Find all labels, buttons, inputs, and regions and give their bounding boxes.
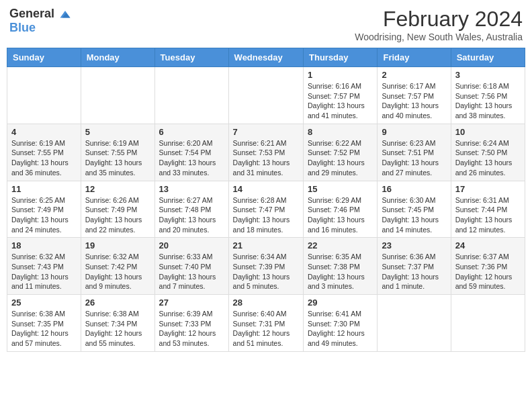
logo-general: General [9, 7, 54, 20]
calendar-cell: 11Sunrise: 6:25 AMSunset: 7:49 PMDayligh… [7, 181, 81, 238]
calendar-cell [451, 295, 525, 352]
calendar-cell: 26Sunrise: 6:38 AMSunset: 7:34 PMDayligh… [81, 295, 154, 352]
calendar-week-2: 4Sunrise: 6:19 AMSunset: 7:55 PMDaylight… [7, 124, 525, 181]
day-number: 26 [85, 298, 150, 308]
day-info: Sunrise: 6:20 AMSunset: 7:54 PMDaylight:… [159, 138, 224, 178]
calendar-header-saturday: Saturday [451, 48, 525, 67]
day-number: 11 [11, 184, 77, 194]
day-number: 17 [455, 184, 521, 194]
day-info: Sunrise: 6:24 AMSunset: 7:50 PMDaylight:… [455, 138, 521, 178]
day-number: 28 [233, 298, 299, 308]
day-number: 10 [455, 127, 521, 137]
day-number: 12 [85, 184, 150, 194]
day-number: 2 [382, 70, 446, 80]
logo-icon [59, 9, 71, 21]
day-info: Sunrise: 6:34 AMSunset: 7:39 PMDaylight:… [233, 252, 299, 291]
calendar-week-5: 25Sunrise: 6:38 AMSunset: 7:35 PMDayligh… [7, 295, 525, 352]
calendar-cell: 24Sunrise: 6:37 AMSunset: 7:36 PMDayligh… [451, 238, 525, 295]
calendar-cell: 29Sunrise: 6:41 AMSunset: 7:30 PMDayligh… [304, 295, 378, 352]
day-number: 16 [382, 184, 446, 194]
calendar-cell: 5Sunrise: 6:19 AMSunset: 7:55 PMDaylight… [81, 124, 154, 181]
calendar-cell [228, 67, 303, 124]
day-number: 25 [11, 298, 77, 308]
calendar-cell: 14Sunrise: 6:28 AMSunset: 7:47 PMDayligh… [228, 181, 303, 238]
calendar-cell: 15Sunrise: 6:29 AMSunset: 7:46 PMDayligh… [304, 181, 378, 238]
day-info: Sunrise: 6:19 AMSunset: 7:55 PMDaylight:… [11, 138, 77, 178]
calendar-cell: 22Sunrise: 6:35 AMSunset: 7:38 PMDayligh… [304, 238, 378, 295]
calendar-week-3: 11Sunrise: 6:25 AMSunset: 7:49 PMDayligh… [7, 181, 525, 238]
calendar-header-thursday: Thursday [304, 48, 378, 67]
logo: General Blue [9, 7, 71, 35]
day-number: 8 [308, 127, 373, 137]
day-number: 4 [11, 127, 77, 137]
day-number: 18 [11, 240, 77, 250]
day-info: Sunrise: 6:40 AMSunset: 7:31 PMDaylight:… [233, 309, 299, 349]
day-number: 9 [382, 127, 446, 137]
day-number: 3 [455, 70, 521, 80]
calendar-cell: 10Sunrise: 6:24 AMSunset: 7:50 PMDayligh… [451, 124, 525, 181]
day-info: Sunrise: 6:27 AMSunset: 7:48 PMDaylight:… [159, 195, 224, 235]
calendar-cell: 4Sunrise: 6:19 AMSunset: 7:55 PMDaylight… [7, 124, 81, 181]
calendar-cell [81, 67, 154, 124]
day-number: 29 [308, 298, 373, 308]
day-info: Sunrise: 6:31 AMSunset: 7:44 PMDaylight:… [455, 195, 521, 235]
calendar-cell: 13Sunrise: 6:27 AMSunset: 7:48 PMDayligh… [154, 181, 228, 238]
day-info: Sunrise: 6:28 AMSunset: 7:47 PMDaylight:… [233, 195, 299, 235]
day-number: 6 [159, 127, 224, 137]
day-info: Sunrise: 6:26 AMSunset: 7:49 PMDaylight:… [85, 195, 150, 235]
calendar-cell: 28Sunrise: 6:40 AMSunset: 7:31 PMDayligh… [228, 295, 303, 352]
day-number: 1 [308, 70, 373, 80]
day-info: Sunrise: 6:25 AMSunset: 7:49 PMDaylight:… [11, 195, 77, 235]
day-number: 13 [159, 184, 224, 194]
day-number: 21 [233, 240, 299, 250]
logo-text: General Blue [9, 7, 71, 35]
day-info: Sunrise: 6:22 AMSunset: 7:52 PMDaylight:… [308, 138, 373, 178]
day-info: Sunrise: 6:30 AMSunset: 7:45 PMDaylight:… [382, 195, 446, 235]
calendar-cell: 25Sunrise: 6:38 AMSunset: 7:35 PMDayligh… [7, 295, 81, 352]
calendar-header-tuesday: Tuesday [154, 48, 228, 67]
calendar-cell: 8Sunrise: 6:22 AMSunset: 7:52 PMDaylight… [304, 124, 378, 181]
calendar-cell: 17Sunrise: 6:31 AMSunset: 7:44 PMDayligh… [451, 181, 525, 238]
calendar-cell: 19Sunrise: 6:32 AMSunset: 7:42 PMDayligh… [81, 238, 154, 295]
day-number: 15 [308, 184, 373, 194]
day-info: Sunrise: 6:21 AMSunset: 7:53 PMDaylight:… [233, 138, 299, 178]
day-number: 22 [308, 240, 373, 250]
calendar-cell: 21Sunrise: 6:34 AMSunset: 7:39 PMDayligh… [228, 238, 303, 295]
day-number: 20 [159, 240, 224, 250]
day-info: Sunrise: 6:32 AMSunset: 7:42 PMDaylight:… [85, 252, 150, 291]
day-number: 7 [233, 127, 299, 137]
calendar-cell: 20Sunrise: 6:33 AMSunset: 7:40 PMDayligh… [154, 238, 228, 295]
day-info: Sunrise: 6:23 AMSunset: 7:51 PMDaylight:… [382, 138, 446, 178]
day-info: Sunrise: 6:17 AMSunset: 7:57 PMDaylight:… [382, 81, 446, 121]
day-number: 14 [233, 184, 299, 194]
day-number: 27 [159, 298, 224, 308]
day-info: Sunrise: 6:35 AMSunset: 7:38 PMDaylight:… [308, 252, 373, 291]
day-info: Sunrise: 6:33 AMSunset: 7:40 PMDaylight:… [159, 252, 224, 291]
calendar-cell: 16Sunrise: 6:30 AMSunset: 7:45 PMDayligh… [378, 181, 451, 238]
logo-blue: Blue [9, 21, 36, 34]
day-info: Sunrise: 6:36 AMSunset: 7:37 PMDaylight:… [382, 252, 446, 291]
subtitle: Woodrising, New South Wales, Australia [355, 32, 523, 42]
calendar-cell: 2Sunrise: 6:17 AMSunset: 7:57 PMDaylight… [378, 67, 451, 124]
calendar-cell [154, 67, 228, 124]
calendar-cell [7, 67, 81, 124]
day-info: Sunrise: 6:32 AMSunset: 7:43 PMDaylight:… [11, 252, 77, 291]
calendar-cell: 27Sunrise: 6:39 AMSunset: 7:33 PMDayligh… [154, 295, 228, 352]
calendar-week-4: 18Sunrise: 6:32 AMSunset: 7:43 PMDayligh… [7, 238, 525, 295]
calendar-cell: 9Sunrise: 6:23 AMSunset: 7:51 PMDaylight… [378, 124, 451, 181]
calendar-cell: 1Sunrise: 6:16 AMSunset: 7:57 PMDaylight… [304, 67, 378, 124]
calendar-header-wednesday: Wednesday [228, 48, 303, 67]
calendar-cell: 6Sunrise: 6:20 AMSunset: 7:54 PMDaylight… [154, 124, 228, 181]
page-header: General Blue February 2024 Woodrising, N… [7, 7, 525, 42]
main-title: February 2024 [355, 7, 523, 32]
day-number: 23 [382, 240, 446, 250]
calendar-cell: 23Sunrise: 6:36 AMSunset: 7:37 PMDayligh… [378, 238, 451, 295]
calendar-table: SundayMondayTuesdayWednesdayThursdayFrid… [7, 48, 525, 352]
calendar-cell [378, 295, 451, 352]
calendar-week-1: 1Sunrise: 6:16 AMSunset: 7:57 PMDaylight… [7, 67, 525, 124]
calendar-cell: 18Sunrise: 6:32 AMSunset: 7:43 PMDayligh… [7, 238, 81, 295]
day-info: Sunrise: 6:18 AMSunset: 7:56 PMDaylight:… [455, 81, 521, 121]
calendar-header-sunday: Sunday [7, 48, 81, 67]
calendar-header-row: SundayMondayTuesdayWednesdayThursdayFrid… [7, 48, 525, 67]
day-info: Sunrise: 6:39 AMSunset: 7:33 PMDaylight:… [159, 309, 224, 349]
